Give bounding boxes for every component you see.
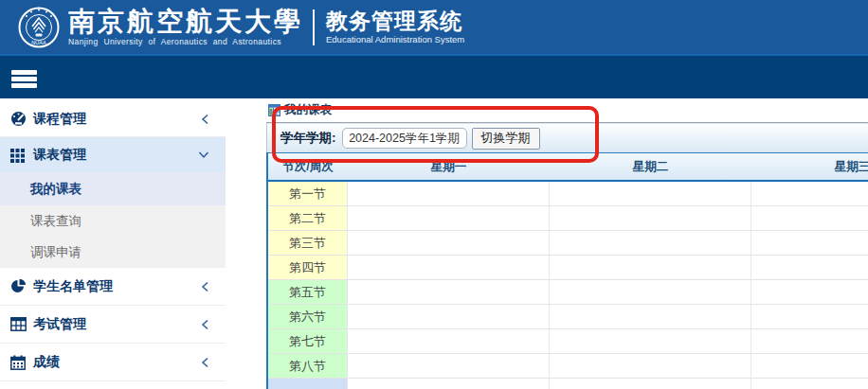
banner-divider: [313, 9, 315, 45]
hamburger-icon[interactable]: [11, 70, 37, 88]
column-header-period: 节次/周次: [268, 159, 348, 175]
period-label: 第五节: [268, 280, 348, 304]
column-header-tuesday: 星期二: [550, 159, 751, 175]
table-row: 第四节: [268, 256, 868, 280]
timetable-cell: [550, 329, 751, 353]
semester-toolbar: 学年学期: 2024-2025学年1学期 切换学期: [266, 123, 868, 152]
table-icon: [10, 316, 27, 332]
timetable-cell: [550, 354, 751, 378]
timetable-cell: [751, 329, 868, 353]
sidebar-subitem-my-timetable[interactable]: 我的课表: [0, 172, 226, 205]
table-row: 第二节: [268, 206, 868, 231]
svg-text:NUAA: NUAA: [31, 40, 46, 45]
chevron-left-icon: [201, 319, 209, 330]
table-row: 第六节: [268, 305, 868, 329]
period-label: 第八节: [268, 354, 348, 378]
sidebar-subitem-label: 调课申请: [30, 244, 81, 261]
period-label: 第七节: [268, 329, 348, 353]
timetable-icon: [268, 104, 281, 116]
sidebar-item-label: 成绩: [33, 354, 60, 371]
timetable-cell: [348, 182, 550, 205]
system-title-en: Educational Administration System: [326, 34, 464, 44]
timetable-cell: [550, 206, 751, 230]
table-row: 第三节: [268, 231, 868, 256]
timetable-cell: [550, 182, 751, 205]
chevron-left-icon: [201, 281, 209, 292]
timetable-cell: [348, 379, 550, 389]
timetable-cell: [751, 354, 868, 378]
university-name-en: Nanjing University of Aeronautics and As…: [68, 37, 303, 46]
sidebar-item-student-list-management[interactable]: 学生名单管理: [0, 268, 226, 306]
timetable-header-row: 节次/周次 星期一 星期二 星期三: [268, 152, 868, 182]
sidebar-item-course-management[interactable]: 课程管理: [0, 101, 226, 137]
sidebar-item-grades[interactable]: 成绩: [0, 344, 226, 381]
sidebar-subitem-course-change-request[interactable]: 调课申请: [0, 237, 226, 268]
timetable-cell: [550, 280, 751, 304]
sidebar-item-timetable-management[interactable]: 课表管理: [0, 137, 226, 172]
timetable-cell: [348, 354, 550, 378]
period-label: 第四节: [268, 256, 348, 279]
table-row: [268, 379, 868, 389]
column-header-monday: 星期一: [348, 159, 550, 175]
pie-chart-icon: [10, 278, 27, 294]
university-seal-icon: NUAA: [18, 7, 60, 48]
university-name: 南京航空航天大學 Nanjing University of Aeronauti…: [68, 8, 303, 46]
timetable-cell: [751, 231, 868, 255]
university-name-cn: 南京航空航天大學: [68, 8, 303, 36]
timetable-cell: [348, 231, 550, 255]
semester-label: 学年学期:: [280, 130, 336, 147]
table-row: 第七节: [268, 329, 868, 354]
main-content: 我的课表 学年学期: 2024-2025学年1学期 切换学期 节次/周次 星期一…: [266, 98, 868, 389]
chevron-left-icon: [201, 114, 209, 125]
system-title-cn: 教务管理系统: [326, 9, 464, 32]
period-label: 第三节: [268, 231, 348, 255]
sidebar-item-label: 课程管理: [33, 111, 86, 128]
sidebar-subitem-label: 我的课表: [30, 181, 81, 198]
timetable-cell: [550, 231, 751, 255]
timetable-cell: [751, 379, 868, 389]
timetable-cell: [348, 280, 550, 304]
dashboard-icon: [10, 111, 27, 127]
sidebar-item-label: 考试管理: [33, 316, 86, 333]
column-header-wednesday: 星期三: [751, 159, 868, 175]
app-header: NUAA 南京航空航天大學 Nanjing University of Aero…: [0, 0, 868, 54]
top-navbar: [0, 54, 868, 98]
timetable-cell: [751, 182, 868, 205]
chevron-left-icon: [201, 357, 209, 368]
period-label: 第一节: [268, 182, 348, 205]
timetable-cell: [751, 305, 868, 328]
system-title: 教务管理系统 Educational Administration System: [326, 9, 464, 44]
switch-semester-button[interactable]: 切换学期: [472, 128, 540, 150]
sidebar-item-label: 课表管理: [33, 147, 86, 164]
table-row: 第五节: [268, 280, 868, 305]
timetable-cell: [348, 206, 550, 230]
sidebar-subitem-timetable-query[interactable]: 课表查询: [0, 205, 226, 237]
period-label: [268, 379, 348, 389]
timetable: 节次/周次 星期一 星期二 星期三 第一节 第二节 第三节 第四节: [266, 152, 868, 389]
sidebar-item-label: 学生名单管理: [33, 278, 113, 295]
chevron-down-icon: [198, 150, 209, 159]
timetable-cell: [751, 206, 868, 230]
timetable-cell: [751, 256, 868, 279]
sidebar: 课程管理 课表管理 我的课表 课表查询 调课申请: [0, 98, 226, 381]
timetable-cell: [550, 256, 751, 279]
calendar-icon: [10, 354, 27, 370]
semester-select[interactable]: 2024-2025学年1学期: [342, 128, 467, 149]
tab-label: 我的课表: [284, 102, 332, 118]
period-label: 第六节: [268, 305, 348, 328]
table-row: 第八节: [268, 354, 868, 379]
timetable-cell: [348, 329, 550, 353]
sidebar-item-exam-management[interactable]: 考试管理: [0, 306, 226, 344]
timetable-cell: [550, 305, 751, 328]
period-label: 第二节: [268, 206, 348, 230]
sidebar-subitem-label: 课表查询: [30, 213, 81, 230]
timetable-cell: [348, 256, 550, 279]
timetable-cell: [751, 280, 868, 304]
timetable-cell: [348, 305, 550, 328]
grid-icon: [10, 147, 27, 163]
table-row: 第一节: [268, 182, 868, 206]
tab-my-timetable[interactable]: 我的课表: [266, 98, 868, 123]
timetable-cell: [550, 379, 751, 389]
